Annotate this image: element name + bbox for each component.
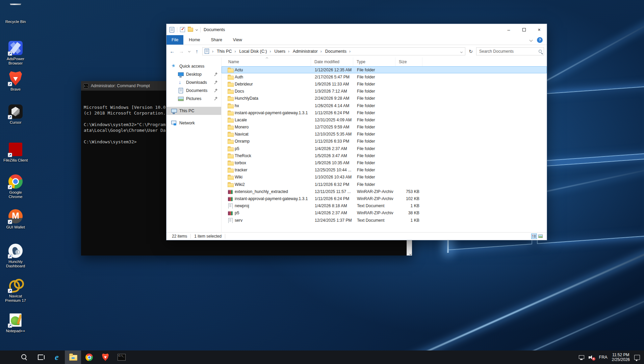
file-row-Navicat[interactable]: Navicat 12/10/2025 5:35 AM File folder (222, 131, 547, 138)
breadcrumb-separator-icon[interactable]: › (349, 49, 351, 54)
search-input[interactable] (479, 49, 537, 54)
file-row-instant-approval-payment-gateway.1.3.1[interactable]: instant-approval-payment-gateway.1.3.1 1… (222, 195, 547, 202)
file-row-torbox[interactable]: torbox 1/9/2026 10:35 AM File folder (222, 159, 547, 166)
column-header-type[interactable]: Type (353, 57, 395, 66)
maximize-button[interactable] (516, 24, 532, 35)
breadcrumb-separator-icon[interactable]: › (269, 49, 271, 54)
help-button[interactable]: ? (537, 37, 543, 43)
properties-button[interactable] (180, 27, 185, 32)
nav-item-label: Downloads (186, 80, 207, 85)
minimize-button[interactable]: – (501, 24, 516, 35)
column-header-date-modified[interactable]: Date modified (311, 57, 353, 66)
file-row-Docs[interactable]: Docs 1/3/2026 7:12 AM File folder (222, 88, 547, 95)
column-header-name[interactable]: Name (222, 57, 311, 66)
taskbar-button-brave[interactable] (97, 350, 113, 364)
file-row-Actu[interactable]: Actu 1/12/2026 12:35 AM File folder (222, 66, 547, 73)
file-type-icon (228, 103, 233, 108)
taskbar-button-chrome[interactable] (81, 350, 97, 364)
nav-item-documents[interactable]: Documents (166, 87, 221, 95)
close-button[interactable]: × (532, 24, 547, 35)
large-icons-view-button[interactable] (538, 234, 543, 239)
clock[interactable]: 11:52 PM 2/25/2026 (612, 353, 630, 362)
nav-item-this-pc[interactable]: This PC (166, 107, 221, 115)
address-dropdown-chevron-icon[interactable] (461, 49, 464, 54)
file-row-Monero[interactable]: Monero 12/7/2025 9:59 AM File folder (222, 124, 547, 131)
column-header-size[interactable]: Size (395, 57, 422, 66)
desktop-icon-google-chrome[interactable]: ↗ Google Chrome (3, 174, 28, 199)
taskbar-button-start[interactable] (0, 350, 16, 364)
file-row-serv[interactable]: serv 12/24/2025 1:37 PM Text Document 1 … (222, 217, 547, 224)
file-row-Onramp[interactable]: Onramp 1/11/2026 6:33 PM File folder (222, 138, 547, 145)
file-row-instant-approval-payment-gateway.1.3.1[interactable]: instant-approval-payment-gateway.1.3.1 1… (222, 109, 547, 116)
taskbar-button-internet-explorer[interactable]: e (49, 350, 65, 364)
network-icon[interactable] (578, 355, 584, 360)
ribbon-tabs: FileHomeShareView ? (166, 35, 547, 45)
nav-item-downloads[interactable]: Downloads (166, 78, 221, 87)
breadcrumb-segment[interactable]: Documents (324, 49, 348, 54)
search-box[interactable] (476, 47, 544, 55)
file-row-Debrideur[interactable]: Debrideur 1/9/2026 11:33 AM File folder (222, 80, 547, 88)
file-row-HunchlyData[interactable]: HunchlyData 2/24/2026 9:28 AM File folde… (222, 95, 547, 102)
desktop-icon-gui-wallet[interactable]: ↗ GUI Wallet (3, 209, 28, 229)
desktop-icon-hunchly-dashboard[interactable]: ↗ Hunchly Dashboard (3, 243, 28, 268)
desktop-icon-adspower-browser[interactable]: ↗ AdsPower Browser (3, 41, 28, 66)
menu-tab[interactable]: View (228, 35, 248, 45)
taskbar-button-task-view[interactable] (32, 350, 49, 364)
file-row-tracker[interactable]: tracker 12/25/2025 10:44 ... File folder (222, 167, 547, 174)
volume-muted-icon[interactable]: ✕ (589, 355, 595, 360)
file-row-hx[interactable]: hx 1/26/2026 4:14 AM File folder (222, 102, 547, 109)
taskbar-button-search[interactable] (16, 350, 32, 364)
desktop-icon-filezilla-client[interactable]: ↗ FileZilla Client (3, 142, 28, 163)
search-icon[interactable] (539, 50, 542, 53)
desktop-icon-recycle-bin[interactable]: ↗ Recycle Bin (3, 3, 28, 24)
file-row-Auth[interactable]: Auth 2/17/2026 5:47 PM File folder (222, 73, 547, 80)
refresh-button[interactable]: ↻ (467, 48, 474, 55)
file-row-Wiki[interactable]: Wiki 1/10/2026 10:43 AM File folder (222, 174, 547, 181)
desktop-icon-navicat-premium-17[interactable]: ↗ Navicat Premium 17 (3, 278, 28, 303)
breadcrumb-separator-icon[interactable]: › (234, 49, 236, 54)
explorer-titlebar[interactable]: Documents – × (166, 24, 547, 35)
menu-tab[interactable]: Share (206, 35, 228, 45)
menu-tab[interactable]: Home (183, 35, 205, 45)
nav-item-network[interactable]: Network (166, 119, 221, 127)
file-row-p5[interactable]: p5 1/4/2026 2:37 AM File folder (222, 145, 547, 152)
nav-item-pictures[interactable]: Pictures (166, 95, 221, 103)
forward-button[interactable]: → (178, 48, 185, 55)
breadcrumb-segment[interactable]: This PC (215, 49, 233, 54)
breadcrumb-separator-icon[interactable]: › (288, 49, 289, 54)
file-name: p5 (235, 146, 239, 151)
file-row-extension_hunchly_extracted[interactable]: extension_hunchly_extracted 12/11/2025 1… (222, 188, 547, 195)
taskbar-button-file-explorer[interactable] (65, 350, 81, 364)
desktop-icon-cursor[interactable]: ↗ Cursor (3, 104, 28, 125)
breadcrumb-separator-icon[interactable]: › (320, 49, 322, 54)
nav-item-desktop[interactable]: Desktop (166, 70, 221, 78)
shortcut-arrow-icon: ↗ (8, 82, 12, 86)
file-row-newproj[interactable]: newproj 1/4/2026 8:18 AM Text Document 1… (222, 202, 547, 210)
desktop-icon-brave[interactable]: ↗ Brave (3, 71, 28, 92)
window-system-icon[interactable] (170, 27, 174, 32)
file-row-p5[interactable]: p5 1/4/2026 2:37 AM WinRAR-ZIP-Archiv 38… (222, 210, 547, 217)
details-view-button[interactable] (531, 234, 537, 239)
file-type-icon (228, 210, 233, 216)
address-field[interactable]: › This PC › Local Disk (C:) › Users › Ad… (202, 47, 465, 55)
desktop-icon-notepad-plus-plus[interactable]: ↗ Notepad++ (3, 313, 28, 333)
language-indicator[interactable]: FRA (599, 355, 608, 360)
breadcrumb-segment[interactable]: Administrator (291, 49, 319, 54)
file-row-TheRock[interactable]: TheRock 1/5/2026 3:47 AM File folder (222, 152, 547, 159)
file-row-Wiki2[interactable]: Wiki2 1/11/2026 6:32 PM File folder (222, 181, 547, 188)
recent-locations-chevron-icon[interactable] (187, 48, 191, 55)
menu-tab[interactable]: File (166, 35, 183, 45)
nav-item-quick-access[interactable]: Quick access (166, 62, 221, 70)
file-row-Lacale[interactable]: Lacale 12/31/2025 4:09 AM File folder (222, 116, 547, 123)
customize-qat-chevron-icon[interactable] (196, 28, 198, 31)
desktop-icon-image: ↗ (8, 209, 23, 224)
taskbar-button-command-prompt[interactable]: C:\_ (113, 350, 130, 364)
scroll-down-arrow-icon[interactable] (409, 253, 411, 255)
breadcrumb-segment[interactable]: Local Disk (C:) (237, 49, 268, 54)
new-folder-button[interactable] (188, 28, 193, 32)
breadcrumb-segment[interactable]: Users (273, 49, 287, 54)
back-button[interactable]: ← (169, 48, 176, 55)
action-center-icon[interactable] (634, 355, 640, 360)
ribbon-collapse-chevron-icon[interactable] (530, 38, 533, 42)
up-button[interactable]: ↑ (193, 48, 201, 55)
